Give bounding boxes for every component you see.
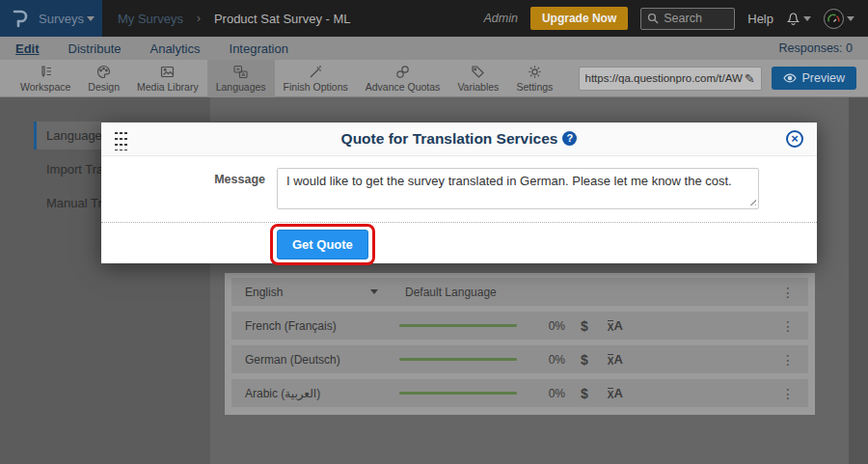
get-quote-button[interactable]: Get Quote xyxy=(277,230,368,259)
avatar xyxy=(824,9,844,29)
eye-icon xyxy=(783,73,797,83)
languages-table: English Default Language ⋮ French (Franç… xyxy=(225,273,815,415)
tab-distribute[interactable]: Distribute xyxy=(68,41,122,56)
drag-handle-icon[interactable] xyxy=(114,130,127,150)
magic-wand-icon xyxy=(309,65,323,79)
quote-translation-modal: Quote for Translation Services? × Messag… xyxy=(101,123,817,263)
modal-header: Quote for Translation Services? × xyxy=(101,123,817,156)
table-row-french: French (Français) 0% $ XA ⋮ xyxy=(231,312,808,340)
message-textarea[interactable]: I would like to get the survey translate… xyxy=(277,168,759,209)
quote-cost-icon[interactable]: $ xyxy=(581,386,588,401)
toolbar-item-design[interactable]: Design xyxy=(79,60,128,97)
language-name: French (Français) xyxy=(245,319,399,333)
language-name: Arabic (العربية) xyxy=(245,387,399,400)
toolbar-item-label: Workspace xyxy=(20,81,70,93)
table-row-german: German (Deutsch) 0% $ XA ⋮ xyxy=(231,345,808,373)
toolbar-item-label: Languages xyxy=(216,81,266,93)
workspace-icon xyxy=(39,65,53,79)
chain-links-icon xyxy=(395,65,410,79)
toolbar-item-finish-options[interactable]: Finish Options xyxy=(275,60,357,97)
breadcrumb-separator: › xyxy=(197,12,201,25)
toolbar-item-label: Finish Options xyxy=(284,81,348,93)
modal-body: Message I would like to get the survey t… xyxy=(101,156,817,209)
table-row-arabic: Arabic (العربية) 0% $ XA ⋮ xyxy=(231,379,808,407)
toolbar-item-label: Advance Quotas xyxy=(366,81,441,93)
translation-progress-percent: 0% xyxy=(527,353,565,367)
toolbar-item-label: Design xyxy=(88,81,120,93)
usage-gauge-icon xyxy=(827,14,840,23)
account-menu[interactable] xyxy=(824,9,854,29)
translate-language-icon[interactable]: XA xyxy=(608,386,623,400)
toolbar-item-languages[interactable]: Languages xyxy=(207,60,275,97)
chevron-down-icon[interactable] xyxy=(370,289,378,294)
survey-url-input[interactable] xyxy=(585,72,745,84)
gear-icon xyxy=(528,65,542,79)
toolbar-item-settings[interactable]: Settings xyxy=(507,60,561,97)
breadcrumb-survey-title: Product Sat Survey - ML xyxy=(214,12,351,26)
search-icon xyxy=(647,13,659,24)
toolbar-item-media-library[interactable]: Media Library xyxy=(128,60,207,97)
help-link[interactable]: Help xyxy=(747,12,773,26)
bell-icon xyxy=(786,11,800,26)
search-box[interactable] xyxy=(640,8,735,30)
toolbar-item-workspace[interactable]: Workspace xyxy=(12,60,79,97)
tab-analytics[interactable]: Analytics xyxy=(149,41,200,56)
close-icon[interactable]: × xyxy=(786,130,803,148)
upgrade-now-button[interactable]: Upgrade Now xyxy=(530,7,628,30)
notifications-menu[interactable] xyxy=(786,11,811,26)
translate-icon xyxy=(233,65,248,79)
toolbar-item-variables[interactable]: Variables xyxy=(448,60,507,97)
toolbar-item-label: Variables xyxy=(457,81,499,93)
message-textarea-wrap: I would like to get the survey translate… xyxy=(277,168,759,209)
preview-button-label: Preview xyxy=(802,71,845,85)
edit-url-icon[interactable]: ✎ xyxy=(745,71,755,86)
breadcrumb-my-surveys[interactable]: My Surveys xyxy=(118,12,183,26)
table-row-default-language: English Default Language ⋮ xyxy=(231,278,808,306)
row-menu-icon[interactable]: ⋮ xyxy=(781,318,795,334)
admin-label: Admin xyxy=(483,12,517,25)
responses-count: Responses: 0 xyxy=(779,41,853,55)
image-icon xyxy=(160,65,175,79)
survey-url-box: ✎ xyxy=(579,67,762,91)
tab-edit[interactable]: Edit xyxy=(15,41,40,56)
edit-toolbar: Workspace Design Media Library Languages xyxy=(0,60,868,97)
translate-language-icon[interactable]: XA xyxy=(608,352,623,367)
tag-icon xyxy=(471,65,485,79)
language-name: German (Deutsch) xyxy=(245,353,399,367)
translation-progress-percent: 0% xyxy=(527,319,565,333)
row-menu-icon[interactable]: ⋮ xyxy=(781,386,795,401)
tab-integration[interactable]: Integration xyxy=(230,41,288,56)
modal-footer: Get Quote xyxy=(101,223,817,259)
search-input[interactable] xyxy=(664,12,727,25)
toolbar-item-label: Media Library xyxy=(137,81,199,93)
top-bar-right: Admin Upgrade Now Help xyxy=(483,7,868,30)
surveys-menu[interactable]: Surveys xyxy=(0,0,102,37)
surveys-menu-label: Surveys xyxy=(39,12,84,26)
translation-progress-bar xyxy=(399,324,517,327)
top-bar: Surveys My Surveys › Product Sat Survey … xyxy=(0,0,868,37)
language-name: English xyxy=(245,286,370,299)
main-nav: Edit Distribute Analytics Integration Re… xyxy=(0,37,868,60)
quote-cost-icon[interactable]: $ xyxy=(581,318,588,334)
translation-progress-percent: 0% xyxy=(527,387,565,400)
translation-progress-bar xyxy=(399,358,517,361)
row-menu-icon[interactable]: ⋮ xyxy=(781,352,795,368)
app-window: Surveys My Surveys › Product Sat Survey … xyxy=(0,0,868,464)
questionpro-logo-icon xyxy=(11,8,30,29)
translate-language-icon[interactable]: XA xyxy=(608,318,623,333)
default-language-label: Default Language xyxy=(405,286,497,299)
chevron-down-icon xyxy=(847,16,854,21)
toolbar-right: ✎ Preview xyxy=(579,67,868,91)
breadcrumb: My Surveys › Product Sat Survey - ML xyxy=(118,12,351,26)
chevron-down-icon xyxy=(87,16,95,21)
row-menu-icon[interactable]: ⋮ xyxy=(781,285,795,300)
quote-cost-icon[interactable]: $ xyxy=(581,352,588,368)
modal-title: Quote for Translation Services? xyxy=(101,130,817,148)
preview-button[interactable]: Preview xyxy=(772,67,856,90)
toolbar-item-label: Settings xyxy=(516,81,553,93)
message-label: Message xyxy=(101,168,277,209)
chevron-down-icon xyxy=(803,16,811,21)
palette-icon xyxy=(96,65,111,79)
help-icon[interactable]: ? xyxy=(562,131,577,146)
toolbar-item-advance-quotas[interactable]: Advance Quotas xyxy=(357,60,449,97)
